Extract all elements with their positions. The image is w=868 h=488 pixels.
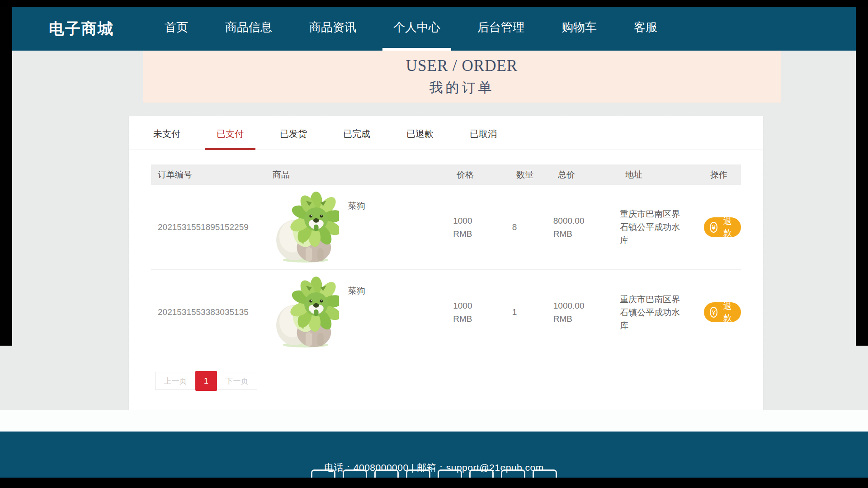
nav-item-product-info[interactable]: 商品信息 (214, 7, 283, 51)
product-cell: 菜狗 (264, 191, 446, 263)
page: 电子商城 首页 商品信息 商品资讯 个人中心 后台管理 购物车 客服 USER … (0, 0, 868, 488)
page-banner: USER / ORDER 我的订单 (143, 51, 781, 103)
address-cell: 重庆市巴南区界石镇公平成功水库 (613, 207, 697, 247)
header-order-no: 订单编号 (151, 169, 266, 181)
header-action: 操作 (703, 169, 741, 181)
header-price: 价格 (450, 169, 509, 181)
table-row: 2021531551895152259 菜狗 1000 RMB 8 8000.0… (151, 185, 741, 270)
product-image-cabbage-dog[interactable] (271, 276, 339, 348)
letterbox-left (0, 0, 12, 346)
orders-table: 订单编号 商品 价格 数量 总价 地址 操作 20215315518951522… (151, 164, 741, 355)
footer-contact-text: 电话：4008000000 | 邮箱：support@21epub.com (0, 461, 868, 474)
nav-item-home[interactable]: 首页 (154, 7, 199, 51)
product-cell: 菜狗 (264, 276, 446, 348)
order-number: 2021531551895152259 (151, 222, 264, 232)
refund-button-label: 退款 (722, 300, 733, 324)
price-cell: 1000 RMB (446, 299, 505, 325)
table-header-row: 订单编号 商品 价格 数量 总价 地址 操作 (151, 164, 741, 185)
header-quantity: 数量 (509, 169, 551, 181)
letterbox-bottom (0, 478, 868, 488)
tab-cancelled[interactable]: 已取消 (458, 128, 509, 150)
product-name: 菜狗 (348, 200, 365, 212)
tab-unpaid[interactable]: 未支付 (142, 128, 192, 150)
top-navbar: 电子商城 首页 商品信息 商品资讯 个人中心 后台管理 购物车 客服 (0, 7, 868, 51)
pagination: 上一页 1 下一页 (155, 371, 763, 391)
refund-button-label: 退款 (722, 216, 733, 239)
footer-white-band (0, 410, 868, 432)
site-logo[interactable]: 电子商城 (49, 19, 114, 39)
action-cell: ¥ 退款 (697, 302, 741, 322)
yen-circle-icon: ¥ (710, 307, 717, 318)
header-total: 总价 (551, 169, 618, 181)
total-cell: 1000.00 RMB (547, 299, 613, 325)
header-product: 商品 (266, 169, 450, 181)
action-cell: ¥ 退款 (697, 217, 741, 237)
product-name: 菜狗 (348, 285, 365, 297)
nav-item-cart[interactable]: 购物车 (551, 7, 608, 51)
tab-paid[interactable]: 已支付 (205, 128, 255, 150)
refund-button[interactable]: ¥ 退款 (704, 302, 741, 322)
address-cell: 重庆市巴南区界石镇公平成功水库 (613, 293, 697, 332)
banner-breadcrumb: USER / ORDER (143, 57, 781, 75)
pagination-next-button[interactable]: 下一页 (217, 372, 257, 390)
nav-item-admin[interactable]: 后台管理 (467, 7, 535, 51)
page-title: 我的订单 (143, 79, 781, 97)
letterbox-top (0, 0, 868, 7)
yen-circle-icon: ¥ (710, 222, 717, 233)
quantity-cell: 1 (505, 307, 547, 317)
nav-item-user-center[interactable]: 个人中心 (382, 7, 451, 51)
price-cell: 1000 RMB (446, 214, 505, 240)
nav-item-service[interactable]: 客服 (623, 7, 668, 51)
tab-shipped[interactable]: 已发货 (268, 128, 319, 150)
table-row: 2021531553383035135 菜狗 1000 RMB 1 1000.0… (151, 270, 741, 355)
nav-menu: 首页 商品信息 商品资讯 个人中心 后台管理 购物车 客服 (154, 7, 668, 51)
orders-card: 未支付 已支付 已发货 已完成 已退款 已取消 订单编号 商品 价格 数量 总价… (129, 116, 763, 410)
product-image-cabbage-dog[interactable] (271, 191, 339, 263)
nav-item-product-news[interactable]: 商品资讯 (298, 7, 367, 51)
refund-button[interactable]: ¥ 退款 (704, 217, 741, 237)
footer: 电话：4008000000 | 邮箱：support@21epub.com (0, 432, 868, 478)
tab-completed[interactable]: 已完成 (331, 128, 382, 150)
header-address: 地址 (618, 169, 703, 181)
order-number: 2021531553383035135 (151, 307, 264, 317)
pagination-current-page[interactable]: 1 (195, 371, 217, 391)
pagination-prev-button[interactable]: 上一页 (155, 372, 196, 390)
letterbox-right (856, 0, 868, 346)
tab-refunded[interactable]: 已退款 (395, 128, 445, 150)
total-cell: 8000.00 RMB (547, 214, 613, 240)
quantity-cell: 8 (505, 222, 547, 232)
order-status-tabs: 未支付 已支付 已发货 已完成 已退款 已取消 (129, 116, 763, 150)
